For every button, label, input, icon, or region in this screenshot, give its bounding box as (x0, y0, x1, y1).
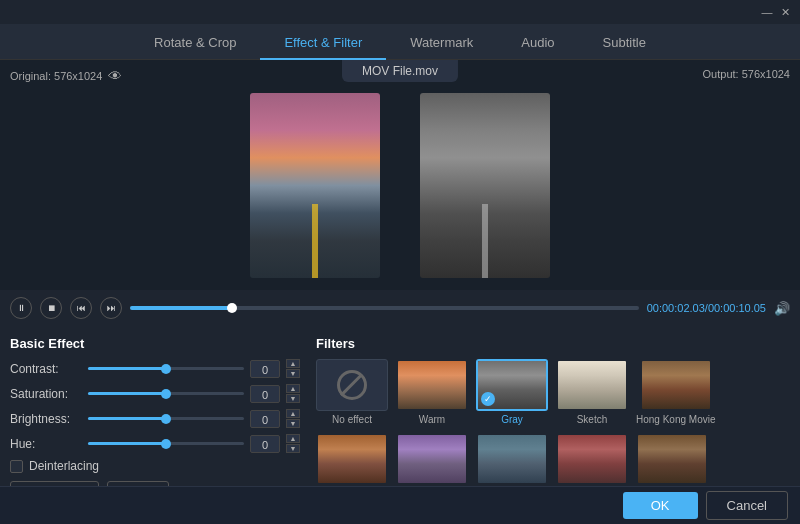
progress-fill (130, 306, 232, 310)
contrast-slider[interactable] (88, 367, 244, 370)
filter-no-effect[interactable]: No effect (316, 359, 388, 425)
tab-effect-filter[interactable]: Effect & Filter (260, 27, 386, 60)
contrast-decrement[interactable]: ▼ (286, 369, 300, 378)
filter-r2[interactable] (316, 433, 388, 488)
time-display: 00:00:02.03/00:00:10.05 (647, 302, 766, 314)
basic-effect-title: Basic Effect (10, 336, 300, 351)
r6-thumb (636, 433, 708, 485)
filter-gray[interactable]: ✓ Gray (476, 359, 548, 425)
brightness-label: Brightness: (10, 412, 82, 426)
bottom-action-bar: OK Cancel (0, 486, 800, 524)
filter-warm[interactable]: Warm (396, 359, 468, 425)
eye-icon[interactable]: 👁 (108, 68, 122, 84)
filter-grid: No effect Warm ✓ Gray (316, 359, 790, 488)
warm-thumb (396, 359, 468, 411)
ok-button[interactable]: OK (623, 492, 698, 519)
filter-hkmovie[interactable]: Hong Kong Movie (636, 359, 716, 425)
brightness-value: 0 (250, 410, 280, 428)
title-bar: — ✕ (0, 0, 800, 24)
brightness-slider[interactable] (88, 417, 244, 420)
next-button[interactable]: ⏭ (100, 297, 122, 319)
filter-r5[interactable] (556, 433, 628, 488)
contrast-stepper: ▲ ▼ (286, 359, 300, 378)
next-icon: ⏭ (107, 303, 116, 313)
tab-watermark[interactable]: Watermark (386, 27, 497, 60)
hue-stepper: ▲ ▼ (286, 434, 300, 453)
no-effect-circle (337, 370, 367, 400)
pause-icon: ⏸ (17, 303, 26, 313)
no-effect-label: No effect (332, 414, 372, 425)
cancel-button[interactable]: Cancel (706, 491, 788, 520)
hue-decrement[interactable]: ▼ (286, 444, 300, 453)
no-effect-thumb (316, 359, 388, 411)
saturation-increment[interactable]: ▲ (286, 384, 300, 393)
tab-subtitle[interactable]: Subtitle (579, 27, 670, 60)
output-label: Output: 576x1024 (703, 68, 790, 80)
stop-icon: ⏹ (47, 303, 56, 313)
saturation-row: Saturation: 0 ▲ ▼ (10, 384, 300, 403)
close-button[interactable]: ✕ (778, 5, 792, 19)
original-preview (250, 93, 380, 278)
pause-button[interactable]: ⏸ (10, 297, 32, 319)
progress-thumb[interactable] (227, 303, 237, 313)
preview-area: Original: 576x1024 👁 Output: 576x1024 MO… (0, 60, 800, 290)
hue-row: Hue: 0 ▲ ▼ (10, 434, 300, 453)
brightness-stepper: ▲ ▼ (286, 409, 300, 428)
filters-title: Filters (316, 336, 790, 351)
brightness-decrement[interactable]: ▼ (286, 419, 300, 428)
contrast-value: 0 (250, 360, 280, 378)
tab-rotate-crop[interactable]: Rotate & Crop (130, 27, 260, 60)
sketch-thumb (556, 359, 628, 411)
saturation-decrement[interactable]: ▼ (286, 394, 300, 403)
preview-images (250, 93, 550, 278)
deinterlacing-label: Deinterlacing (29, 459, 99, 473)
r3-thumb (396, 433, 468, 485)
gray-check-badge: ✓ (481, 392, 495, 406)
saturation-slider[interactable] (88, 392, 244, 395)
gray-thumb: ✓ (476, 359, 548, 411)
output-preview (420, 93, 550, 278)
gray-label: Gray (501, 414, 523, 425)
tabs-bar: Rotate & Crop Effect & Filter Watermark … (0, 24, 800, 60)
contrast-increment[interactable]: ▲ (286, 359, 300, 368)
stop-button[interactable]: ⏹ (40, 297, 62, 319)
hkmovie-thumb (640, 359, 712, 411)
r5-thumb (556, 433, 628, 485)
progress-track[interactable] (130, 306, 639, 310)
warm-label: Warm (419, 414, 445, 425)
minimize-button[interactable]: — (760, 5, 774, 19)
hue-label: Hue: (10, 437, 82, 451)
filter-r3[interactable] (396, 433, 468, 488)
prev-icon: ⏮ (77, 303, 86, 313)
original-label: Original: 576x1024 👁 (10, 68, 122, 84)
contrast-row: Contrast: 0 ▲ ▼ (10, 359, 300, 378)
deinterlacing-checkbox[interactable] (10, 460, 23, 473)
brightness-row: Brightness: 0 ▲ ▼ (10, 409, 300, 428)
filter-r4[interactable] (476, 433, 548, 488)
hue-increment[interactable]: ▲ (286, 434, 300, 443)
saturation-label: Saturation: (10, 387, 82, 401)
playback-bar: ⏸ ⏹ ⏮ ⏭ 00:00:02.03/00:00:10.05 🔊 (0, 290, 800, 326)
contrast-label: Contrast: (10, 362, 82, 376)
filter-r6[interactable] (636, 433, 708, 488)
r2-thumb (316, 433, 388, 485)
r4-thumb (476, 433, 548, 485)
filename-bar: MOV File.mov (342, 60, 458, 82)
hue-value: 0 (250, 435, 280, 453)
filter-sketch[interactable]: Sketch (556, 359, 628, 425)
hue-slider[interactable] (88, 442, 244, 445)
hkmovie-label: Hong Kong Movie (636, 414, 716, 425)
sketch-label: Sketch (577, 414, 608, 425)
brightness-increment[interactable]: ▲ (286, 409, 300, 418)
deinterlacing-row: Deinterlacing (10, 459, 300, 473)
tab-audio[interactable]: Audio (497, 27, 578, 60)
volume-icon[interactable]: 🔊 (774, 301, 790, 316)
saturation-value: 0 (250, 385, 280, 403)
prev-button[interactable]: ⏮ (70, 297, 92, 319)
saturation-stepper: ▲ ▼ (286, 384, 300, 403)
